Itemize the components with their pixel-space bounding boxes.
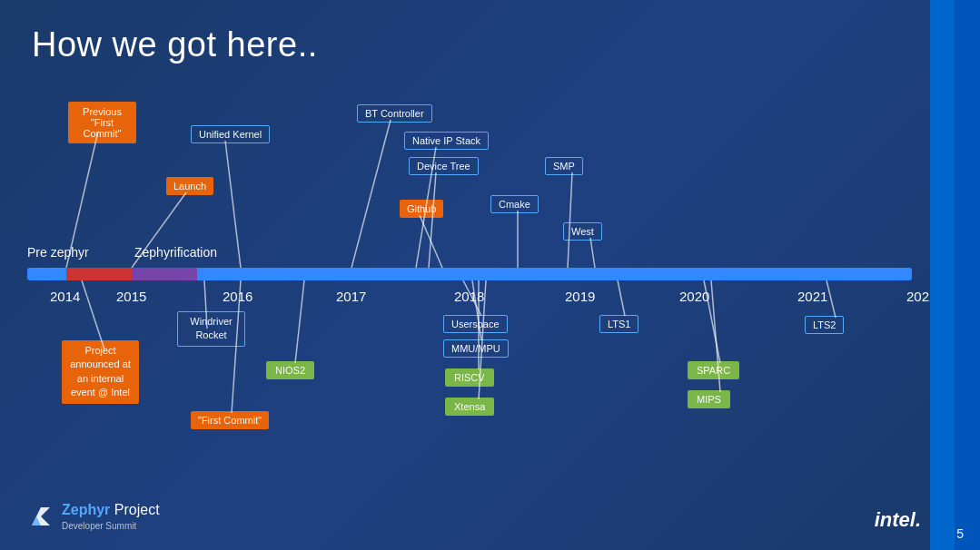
logo-subtitle: Developer Summit	[62, 520, 160, 532]
right-accent-bar	[930, 0, 980, 550]
slide: How we got here..	[0, 0, 980, 550]
era-bar-zephyrification	[132, 268, 197, 280]
svg-line-6	[420, 215, 442, 268]
box-west: West	[563, 222, 602, 241]
box-lts2: LTS2	[805, 316, 844, 334]
svg-line-5	[429, 172, 436, 268]
svg-line-7	[568, 172, 572, 268]
box-nios2: NIOS2	[266, 361, 314, 379]
intel-logo: intel.	[875, 508, 921, 532]
box-sparc: SPARC	[688, 361, 739, 379]
svg-line-9	[590, 238, 595, 268]
era-bar-pre-zephyr	[66, 268, 132, 280]
year-2015: 2015	[116, 289, 146, 304]
year-2018: 2018	[454, 289, 484, 304]
box-mmu-mpu: MMU/MPU	[443, 339, 509, 358]
year-2020: 2020	[679, 289, 709, 304]
box-cmake: Cmake	[490, 195, 539, 213]
box-launch: Launch	[166, 177, 213, 195]
year-2016: 2016	[223, 289, 252, 304]
box-github: Github	[400, 200, 443, 218]
year-2014: 2014	[50, 289, 80, 304]
box-riscv: RISCV	[445, 368, 494, 387]
svg-line-18	[618, 280, 625, 316]
svg-line-10	[82, 280, 104, 349]
svg-line-3	[351, 120, 391, 268]
page-number: 5	[956, 526, 964, 541]
svg-line-21	[827, 280, 836, 318]
right-accent-inner	[955, 0, 980, 550]
box-unified-kernel: Unified Kernel	[191, 125, 270, 143]
slide-title: How we got here..	[32, 25, 318, 64]
svg-line-1	[225, 141, 241, 268]
box-xtensa: Xtensa	[445, 398, 494, 416]
box-device-tree: Device Tree	[409, 157, 479, 175]
box-native-ip-stack: Native IP Stack	[404, 132, 489, 150]
year-2017: 2017	[336, 289, 366, 304]
box-mips: MIPS	[688, 390, 730, 408]
year-2021: 2021	[797, 289, 827, 304]
logo-text: Zephyr Project Developer Summit	[62, 501, 160, 532]
era-label-zephyrification: Zephyrification	[134, 245, 217, 260]
logo-area: Zephyr Project Developer Summit	[27, 501, 160, 532]
box-bt-controller: BT Controller	[357, 104, 432, 123]
era-label-pre-zephyr: Pre zephyr	[27, 245, 89, 260]
box-previous-first-commit: Previous "First Commit"	[68, 102, 136, 143]
year-2019: 2019	[565, 289, 595, 304]
box-windriver-rocket: Windriver Rocket	[177, 311, 245, 347]
box-userspace: Userspace	[443, 315, 508, 333]
box-lts1: LTS1	[599, 315, 638, 333]
box-project-announced: Project announced at an internal event @…	[62, 340, 139, 404]
box-first-commit: "First Commit"	[191, 411, 269, 429]
box-smp: SMP	[545, 157, 583, 175]
logo-zephyr-name: Zephyr Project	[62, 501, 160, 520]
svg-line-13	[295, 280, 304, 363]
zephyr-logo-icon	[27, 503, 54, 530]
